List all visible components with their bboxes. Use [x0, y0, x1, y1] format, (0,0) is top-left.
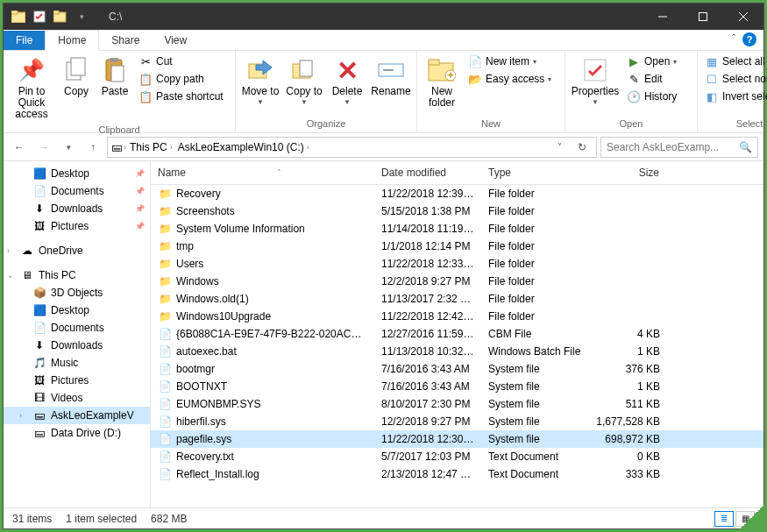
nav-item[interactable]: ›⬇Downloads: [4, 200, 150, 217]
file-row[interactable]: 📁Windows12/2/2018 9:27 PMFile folder: [151, 273, 763, 290]
back-button[interactable]: ←: [9, 137, 30, 158]
file-row[interactable]: 📁Screenshots5/15/2018 1:38 PMFile folder: [151, 202, 763, 220]
status-selected: 1 item selected: [66, 513, 137, 525]
search-input[interactable]: Search AskLeoExamp... 🔍: [600, 137, 758, 158]
nav-item[interactable]: ›🎞Videos: [4, 389, 150, 407]
open-button[interactable]: ▶Open▾: [623, 53, 693, 70]
col-size[interactable]: Size: [588, 161, 667, 184]
nav-item[interactable]: ›🖼Pictures: [4, 217, 150, 235]
copy-path-button[interactable]: 📋Copy path: [135, 70, 231, 88]
icons-view-button[interactable]: ▦: [735, 511, 755, 527]
new-folder-button[interactable]: ✦ New folder: [421, 53, 463, 112]
tab-home[interactable]: Home: [45, 30, 99, 51]
tab-view[interactable]: View: [152, 31, 199, 50]
address-bar[interactable]: 🖴 › This PC› AskLeoExampleWin10 (C:)› ˅ …: [107, 137, 597, 158]
nav-item[interactable]: ›📄Documents: [4, 182, 150, 200]
properties-button[interactable]: Properties▼: [569, 53, 621, 110]
file-row[interactable]: 📁tmp1/1/2018 12:14 PMFile folder: [151, 238, 763, 255]
nav-item[interactable]: ›🟦Desktop: [4, 301, 150, 319]
rename-icon: [377, 56, 405, 84]
paste-button[interactable]: Paste: [96, 53, 133, 101]
file-list[interactable]: Name˄ Date modified Type Size 📁Recovery1…: [151, 161, 763, 507]
nav-item[interactable]: ›☁OneDrive: [4, 242, 150, 259]
nav-item[interactable]: ›📦3D Objects: [4, 284, 150, 301]
select-none-button[interactable]: ☐Select none: [701, 70, 767, 88]
qat-customize-icon[interactable]: ▾: [72, 7, 91, 26]
properties-icon: [581, 56, 609, 84]
svg-rect-1: [11, 11, 18, 14]
file-row[interactable]: 📄BOOTNXT7/16/2016 3:43 AMSystem file1 KB: [151, 378, 763, 395]
history-button[interactable]: 🕑History: [623, 88, 693, 105]
edit-button[interactable]: ✎Edit: [623, 70, 693, 88]
nav-item[interactable]: ›⬇Downloads: [4, 337, 150, 354]
select-all-button[interactable]: ▦Select all: [701, 53, 767, 70]
qat-newfolder-icon[interactable]: [51, 7, 70, 26]
easy-access-icon: 📂: [468, 72, 482, 86]
tab-share[interactable]: Share: [99, 31, 152, 50]
copy-to-button[interactable]: Copy to▼: [283, 53, 325, 110]
move-to-icon: [246, 56, 274, 84]
easy-access-button[interactable]: 📂Easy access▾: [465, 70, 561, 88]
window-title: C:\: [96, 11, 643, 23]
nav-item[interactable]: ⌄🖥This PC: [4, 266, 150, 284]
help-icon[interactable]: ?: [742, 32, 756, 46]
invert-selection-button[interactable]: ◧Invert selection: [701, 88, 767, 105]
paste-shortcut-button[interactable]: 📋Paste shortcut: [135, 88, 231, 105]
new-item-icon: 📄: [468, 54, 482, 68]
file-row[interactable]: 📄EUMONBMP.SYS8/10/2017 2:30 PMSystem fil…: [151, 395, 763, 413]
file-row[interactable]: 📄Reflect_Install.log2/13/2018 12:47 PMTe…: [151, 465, 763, 483]
group-label-open: Open: [569, 118, 693, 131]
crumb-drive[interactable]: AskLeoExampleWin10 (C:)›: [176, 141, 311, 153]
recent-locations-button[interactable]: ▾: [58, 137, 79, 158]
rename-button[interactable]: Rename: [369, 53, 413, 101]
select-none-icon: ☐: [705, 72, 719, 86]
col-date[interactable]: Date modified: [374, 161, 481, 184]
pin-to-quick-access-button[interactable]: 📌 Pin to Quick access: [7, 53, 56, 124]
address-dropdown-icon[interactable]: ˅: [549, 137, 570, 158]
file-row[interactable]: 📄{6B088C1A-E9E7-47F9-B222-020AC7154B...1…: [151, 325, 763, 343]
file-row[interactable]: 📄hiberfil.sys12/2/2018 9:27 PMSystem fil…: [151, 413, 763, 430]
file-explorer-window: ▾ C:\ File Home Share View ˆ ? 📌 Pin to …: [3, 3, 764, 529]
nav-item[interactable]: ›🖼Pictures: [4, 372, 150, 389]
minimize-button[interactable]: [643, 4, 683, 30]
nav-item[interactable]: ›🟦Desktop: [4, 165, 150, 182]
select-all-icon: ▦: [705, 54, 719, 68]
titlebar: ▾ C:\: [4, 4, 763, 30]
file-row[interactable]: 📁Windows10Upgrade11/22/2018 12:42 ...Fil…: [151, 308, 763, 325]
details-view-button[interactable]: ≣: [714, 511, 734, 527]
move-to-button[interactable]: Move to▼: [239, 53, 281, 110]
file-row[interactable]: 📄autoexec.bat11/13/2018 10:32 ...Windows…: [151, 343, 763, 360]
collapse-ribbon-icon[interactable]: ˆ: [732, 33, 735, 46]
file-row[interactable]: 📄pagefile.sys11/22/2018 12:30 ...System …: [151, 430, 763, 448]
nav-item[interactable]: ›🎵Music: [4, 354, 150, 372]
crumb-this-pc[interactable]: This PC›: [128, 141, 174, 153]
nav-item[interactable]: ›🖴Data Drive (D:): [4, 424, 150, 442]
close-button[interactable]: [723, 4, 763, 30]
qat-properties-icon[interactable]: [30, 7, 49, 26]
file-row[interactable]: 📁Recovery11/22/2018 12:39 ...File folder: [151, 185, 763, 202]
file-row[interactable]: 📁System Volume Information11/14/2018 11:…: [151, 220, 763, 238]
file-row[interactable]: 📄bootmgr7/16/2016 3:43 AMSystem file376 …: [151, 360, 763, 378]
copy-button[interactable]: Copy: [58, 53, 95, 101]
status-item-count: 31 items: [12, 513, 52, 525]
new-item-button[interactable]: 📄New item▾: [465, 53, 561, 70]
cut-button[interactable]: ✂Cut: [135, 53, 231, 70]
svg-rect-4: [53, 11, 59, 14]
file-row[interactable]: 📄Recovery.txt5/7/2017 12:03 PMText Docum…: [151, 448, 763, 465]
maximize-button[interactable]: [683, 4, 723, 30]
tab-file[interactable]: File: [4, 31, 45, 50]
file-row[interactable]: 📁Windows.old(1)11/13/2017 2:32 PMFile fo…: [151, 290, 763, 308]
file-row[interactable]: 📁Users11/22/2018 12:33 ...File folder: [151, 255, 763, 273]
col-name[interactable]: Name˄: [151, 161, 374, 184]
delete-button[interactable]: ✕ Delete▼: [327, 53, 367, 110]
svg-rect-13: [111, 66, 124, 82]
refresh-button[interactable]: ↻: [572, 137, 593, 158]
nav-item[interactable]: ›🖴AskLeoExampleV: [4, 407, 150, 424]
col-type[interactable]: Type: [481, 161, 588, 184]
nav-item[interactable]: ›📄Documents: [4, 319, 150, 337]
navigation-pane[interactable]: ›🟦Desktop›📄Documents›⬇Downloads›🖼Picture…: [4, 161, 151, 507]
forward-button[interactable]: →: [33, 137, 54, 158]
up-button[interactable]: ↑: [82, 137, 103, 158]
group-label-select: Select: [701, 118, 767, 131]
status-bar: 31 items 1 item selected 682 MB ≣ ▦: [4, 507, 763, 528]
